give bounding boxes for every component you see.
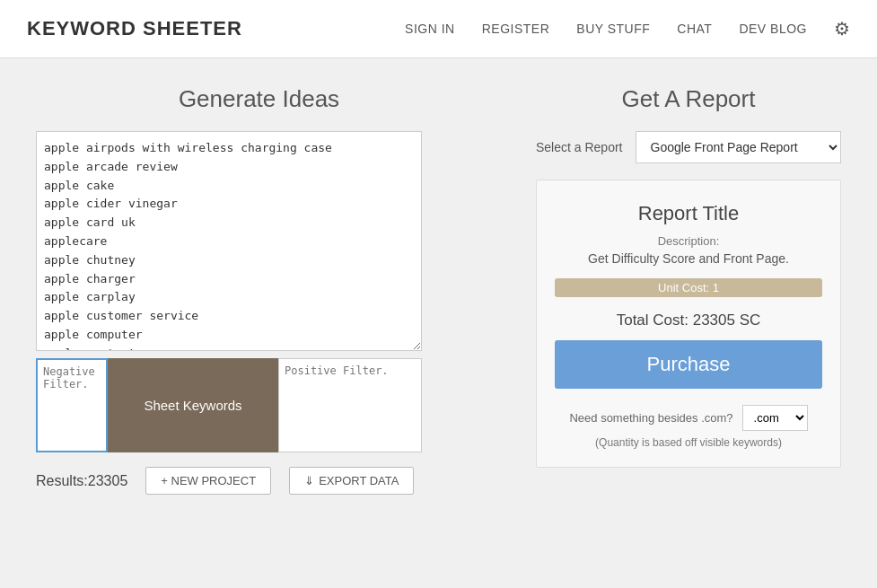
nav-dev-blog[interactable]: DEV BLOG	[739, 22, 807, 36]
domain-select[interactable]: .com .co.uk .ca	[742, 405, 808, 431]
select-report-row: Select a Report Google Front Page Report…	[536, 131, 841, 163]
negative-filter-input[interactable]	[36, 358, 108, 452]
report-description-text: Get Difficulty Score and Front Page.	[555, 251, 822, 266]
generate-ideas-title: Generate Ideas	[36, 85, 482, 113]
report-description-label: Description:	[555, 234, 822, 248]
results-bar: Results:23305 + NEW PROJECT ⇓ EXPORT DAT…	[36, 467, 482, 495]
get-report-title: Get A Report	[536, 85, 841, 113]
results-count: Results:23305	[36, 473, 127, 489]
navigation: SIGN IN REGISTER BUY STUFF CHAT DEV BLOG…	[405, 18, 850, 39]
export-data-button[interactable]: ⇓ EXPORT DATA	[289, 467, 414, 495]
right-panel: Get A Report Select a Report Google Fron…	[536, 85, 841, 495]
domain-label: Need something besides .com?	[569, 411, 732, 425]
nav-buy-stuff[interactable]: BUY STUFF	[576, 22, 650, 36]
positive-filter-input[interactable]	[278, 358, 422, 452]
report-select[interactable]: Google Front Page Report Keyword Difficu…	[636, 131, 842, 163]
total-cost: Total Cost: 23305 SC	[555, 312, 822, 329]
domain-row: Need something besides .com? .com .co.uk…	[555, 405, 822, 431]
main-content: Generate Ideas Sheet Keywords Results:23…	[0, 58, 877, 522]
purchase-button[interactable]: Purchase	[555, 340, 822, 389]
nav-sign-in[interactable]: SIGN IN	[405, 22, 455, 36]
left-panel: Generate Ideas Sheet Keywords Results:23…	[36, 85, 482, 495]
report-card-title: Report Title	[555, 202, 822, 225]
domain-note: (Quantity is based off visible keywords)	[555, 436, 822, 449]
nav-register[interactable]: REGISTER	[482, 22, 550, 36]
nav-chat[interactable]: CHAT	[677, 22, 712, 36]
keywords-textarea[interactable]	[36, 131, 422, 351]
new-project-button[interactable]: + NEW PROJECT	[145, 467, 271, 495]
logo: KEYWORD SHEETER	[27, 17, 242, 40]
header: KEYWORD SHEETER SIGN IN REGISTER BUY STU…	[0, 0, 877, 58]
select-report-label: Select a Report	[536, 140, 623, 154]
filters-row: Sheet Keywords	[36, 358, 422, 452]
gear-icon[interactable]: ⚙	[834, 18, 850, 39]
download-icon: ⇓	[304, 474, 314, 487]
sheet-keywords-button[interactable]: Sheet Keywords	[108, 358, 278, 452]
unit-cost-badge: Unit Cost: 1	[555, 278, 822, 297]
report-card: Report Title Description: Get Difficulty…	[536, 180, 841, 468]
export-data-label: EXPORT DATA	[319, 474, 399, 487]
